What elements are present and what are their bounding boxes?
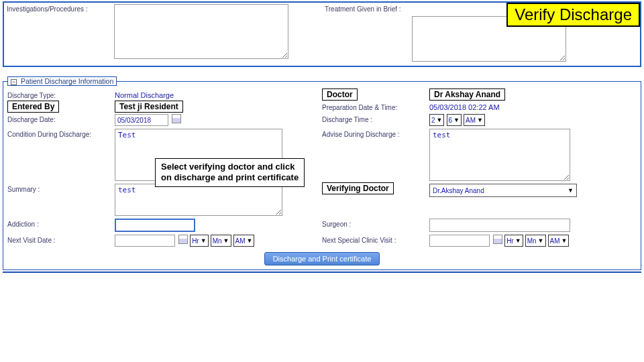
doctor-name-annotation: Dr Akshay Anand	[429, 88, 505, 101]
discharge-date-input[interactable]	[115, 114, 168, 126]
discharge-date-label: Discharge Date:	[7, 114, 115, 123]
entered-by-name-annotation: Test ji Resident	[115, 101, 183, 113]
next-visit-mn-select[interactable]: Mn▼	[211, 235, 231, 247]
next-clinic-mn-select[interactable]: Mn▼	[525, 235, 546, 247]
discharge-type-value: Normal Discharge	[115, 90, 174, 99]
verifying-doctor-annotation: Verifying Doctor	[322, 182, 394, 194]
patient-discharge-fieldset: − Patient Discharge Information Discharg…	[3, 76, 641, 270]
fieldset-legend: − Patient Discharge Information	[7, 76, 117, 86]
condition-label: Condition During Discharge:	[7, 129, 115, 138]
next-visit-ampm-select[interactable]: AM▼	[233, 235, 255, 247]
callout-line1: Select verifying doctor and click	[161, 162, 299, 172]
verify-discharge-banner: Verify Discharge	[506, 3, 640, 27]
investigations-textarea[interactable]	[114, 4, 288, 59]
collapse-icon[interactable]: −	[11, 79, 17, 85]
discharge-time-label: Discharge Time :	[322, 114, 429, 123]
summary-label: Summary :	[7, 184, 115, 193]
fieldset-title: Patient Discharge Information	[21, 77, 113, 85]
bottom-divider	[3, 272, 641, 273]
doctor-annotation: Doctor	[322, 88, 358, 101]
calendar-icon[interactable]	[178, 235, 188, 244]
discharge-type-label: Discharge Type:	[7, 90, 115, 99]
next-clinic-label: Next Special Clinic Visit :	[322, 235, 429, 244]
time-ampm-select[interactable]: AM▼	[464, 114, 485, 126]
time-hr-select[interactable]: 2▼	[429, 114, 444, 126]
next-visit-label: Next Visit Date :	[7, 235, 115, 244]
calendar-icon[interactable]	[493, 235, 502, 244]
next-clinic-date-input[interactable]	[429, 235, 490, 247]
next-clinic-ampm-select[interactable]: AM▼	[548, 235, 570, 247]
next-visit-hr-select[interactable]: Hr▼	[190, 235, 208, 247]
prep-date-label: Preparation Date & Time:	[322, 102, 429, 111]
investigations-label: Investigations/Procedures :	[7, 4, 114, 13]
verifying-doctor-value: Dr.Akshay Anand	[433, 187, 484, 194]
verifying-doctor-select[interactable]: Dr.Akshay Anand ▼	[429, 184, 577, 197]
treatment-label: Treatment Given in Brief :	[325, 4, 412, 13]
summary-textarea[interactable]: test	[115, 184, 282, 216]
time-mn-select[interactable]: 6▼	[447, 114, 462, 126]
next-clinic-hr-select[interactable]: Hr▼	[504, 235, 523, 247]
advise-textarea[interactable]: test	[429, 129, 570, 181]
top-fields-panel: Investigations/Procedures : Treatment Gi…	[3, 1, 641, 67]
calendar-icon[interactable]	[172, 114, 181, 123]
next-visit-date-input[interactable]	[115, 235, 175, 247]
addiction-label: Addiction :	[7, 219, 115, 228]
advise-label: Advise During Discharge :	[322, 129, 429, 138]
surgeon-input[interactable]	[429, 219, 570, 232]
addiction-input[interactable]	[115, 219, 195, 232]
entered-by-annotation: Entered By	[7, 101, 59, 113]
surgeon-label: Surgeon :	[322, 219, 429, 228]
prep-date-value: 05/03/2018 02:22 AM	[429, 102, 500, 111]
discharge-print-button[interactable]: Discharge and Print certificate	[264, 252, 380, 265]
callout-line2: on discharge and print certificate	[161, 172, 299, 183]
chevron-down-icon: ▼	[568, 187, 574, 194]
instruction-callout: Select verifying doctor and click on dis…	[155, 158, 305, 187]
